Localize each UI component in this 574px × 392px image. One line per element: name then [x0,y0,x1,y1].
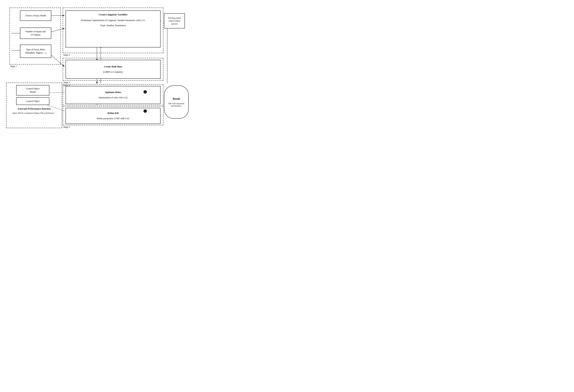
optimize-rules-box: Optimize Rules Optimization of rules wit… [65,86,161,104]
choose-fuzzy-model-box: Choose a Fuzzy Model [20,10,51,21]
create-linguistic-subtitle: Preliminary Optimization of Linguistic V… [81,19,145,22]
diagram-container: Stage 1 Choose a Fuzzy Model Number of I… [4,4,186,125]
teaching-signal-text: Teaching signal (Input-Output pattern) [168,17,181,25]
number-inputs-text: Number of Inputs and of Outputs [26,30,46,37]
stage2-label: Stage 2 [63,54,70,56]
control-object-model-text: Control Object Model [26,87,40,93]
control-object-model-box: Control Object Model [16,85,49,95]
control-object-box: Control Object [16,97,49,105]
result-title: Result [173,97,180,100]
dot-optimize [144,90,147,93]
type-fuzzy-rules-text: Type of Fuzzy Rules (Mamdani, Sugeno, ..… [25,48,46,55]
refine-kb-title: Refine KB [107,112,119,115]
stage1-label: Stage 1 [10,65,17,68]
dot-refine [144,109,147,113]
create-linguistic-detail: (Type, Number, Parameters) [100,24,126,27]
number-inputs-box: Number of Inputs and of Outputs [20,28,51,39]
result-detail: KB with requested performance [166,102,186,107]
optimize-rules-title: Optimize Rules [105,91,121,94]
create-linguistic-title: Create Linguistic Variables [99,13,127,16]
create-rule-base-box: Create Rule Base (LBRW or Complete) [65,60,161,79]
create-linguistic-box: Create Linguistic Variables Preliminary … [65,10,161,47]
type-fuzzy-rules-box: Type of Fuzzy Rules (Mamdani, Sugeno, ..… [20,45,51,58]
refine-kb-detail: Refine parameters of MF with GA3 [97,117,129,120]
teaching-signal-box: Teaching signal (Input-Output pattern) [164,13,185,28]
stage3-label: Stage 3 [63,81,70,84]
control-object-text: Control Object [26,100,40,103]
create-rule-base-title: Create Rule Base [104,65,122,68]
external-perf-lines: Input: KB for evaluation Output: KB perf… [9,112,60,114]
external-perf-title: External Performance function [9,107,60,110]
external-perf-label: External Performance function Input: KB … [9,107,60,114]
result-box: Result KB with requested performance [164,85,189,119]
optimize-rules-detail: Optimization of rules with GA2 [98,96,127,99]
stage5-label: Stage 5 [63,126,70,129]
create-rule-base-detail: (LBRW or Complete) [103,70,123,74]
choose-fuzzy-model-text: Choose a Fuzzy Model [25,14,46,17]
